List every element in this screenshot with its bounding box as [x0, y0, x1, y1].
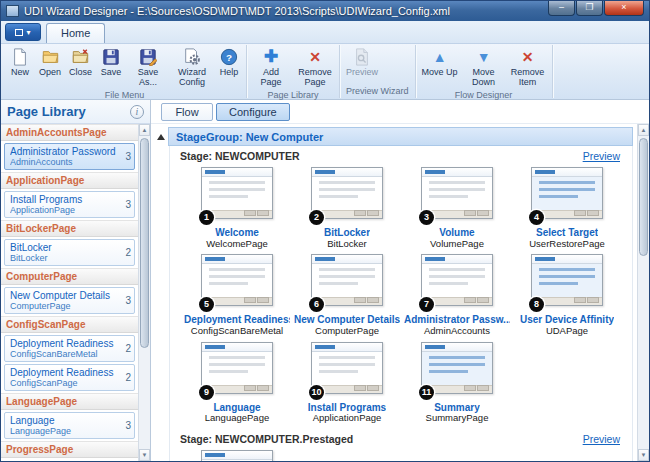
save-as-floppy-icon	[138, 47, 159, 67]
page-group-header[interactable]: BitLockerPage	[1, 220, 138, 237]
close-file-button[interactable]: Close	[65, 45, 96, 79]
page-title-link[interactable]: Volume	[439, 227, 474, 239]
ribbon-button-label: Remove Item	[510, 68, 546, 88]
wizard-page-card[interactable]: 5 Deployment Readiness ConfigScanBareMet…	[182, 254, 292, 336]
dropdown-arrow-icon: ▾	[26, 28, 30, 37]
page-number-badge: 4	[529, 210, 544, 225]
minimize-button-icon[interactable]: –	[548, 1, 575, 16]
item-subtitle: LanguagePage	[10, 426, 120, 436]
page-number-badge: 10	[309, 385, 324, 400]
item-title: Language	[10, 415, 120, 426]
page-group-header[interactable]: AdminAccountsPage	[1, 124, 138, 141]
wizard-config-button[interactable]: Wizard Config	[170, 45, 214, 89]
ribbon-tab-home[interactable]: Home	[46, 23, 105, 43]
page-library-item[interactable]: Language LanguagePage 3	[4, 412, 135, 439]
sidebar-scrollbar[interactable]: ▲ ▼	[138, 124, 150, 461]
move-up-button[interactable]: ▲ Move Up	[418, 45, 462, 79]
page-title-link[interactable]: Welcome	[215, 227, 259, 239]
page-thumbnail: 5	[201, 254, 273, 306]
tab-flow[interactable]: Flow	[161, 103, 213, 121]
wizard-page-card[interactable]: 9 Language LanguagePage	[182, 342, 292, 424]
wizard-page-card[interactable]: 2 BitLocker BitLocker	[292, 167, 402, 249]
main-scroll-thumb[interactable]	[639, 138, 648, 256]
wizard-page-card[interactable]: 8 User Device Affinity UDAPage	[512, 254, 622, 336]
main-scrollbar[interactable]: ▲ ▼	[637, 124, 649, 461]
item-subtitle: AdminAccounts	[10, 157, 120, 167]
scroll-down-icon[interactable]: ▼	[139, 449, 150, 461]
page-number-badge: 2	[309, 210, 324, 225]
page-group-header[interactable]: LanguagePage	[1, 393, 138, 410]
wizard-page-card[interactable]: 7 Administrator Passw... AdminAccounts	[402, 254, 512, 336]
info-icon[interactable]: i	[130, 105, 144, 119]
stage-label: Stage: NEWCOMPUTER	[180, 150, 300, 162]
page-group-header[interactable]: ApplicationPage	[1, 172, 138, 189]
page-library-item[interactable]: Deployment Readiness ConfigScanBareMetal…	[4, 335, 135, 362]
page-number-badge: 11	[419, 385, 434, 400]
save-as-button[interactable]: Save As...	[126, 45, 170, 89]
stage-group-header[interactable]: StageGroup: New Computer	[168, 127, 633, 146]
open-button[interactable]: Open	[35, 45, 65, 79]
app-icon	[6, 5, 19, 17]
page-title-link[interactable]: BitLocker	[324, 227, 370, 239]
title-bar[interactable]: UDI Wizard Designer - E:\Sources\OSD\MDT…	[1, 1, 649, 21]
page-thumbnail-image	[421, 167, 493, 219]
page-group-header[interactable]: ComputerPage	[1, 268, 138, 285]
page-type-label: LanguagePage	[205, 413, 269, 424]
page-thumbnail: 9	[201, 342, 273, 394]
remove-item-button[interactable]: ✕ Remove Item	[506, 45, 550, 89]
page-library-item[interactable]: Install Programs ApplicationPage 3	[4, 191, 135, 218]
move-down-button[interactable]: ▼ Move Down	[462, 45, 506, 89]
page-library-item[interactable]: Administrator Password AdminAccounts 3	[4, 143, 135, 170]
wizard-page-card[interactable]: 6 New Computer Details ComputerPage	[292, 254, 402, 336]
close-button-icon[interactable]: ×	[604, 1, 644, 16]
page-thumbnail-image	[311, 167, 383, 219]
close-folder-icon	[70, 47, 91, 67]
page-type-label: UserRestorePage	[529, 239, 605, 250]
maximize-button-icon[interactable]: ❐	[576, 1, 603, 16]
add-plus-icon: ✚	[261, 47, 282, 67]
ribbon-button-label: New	[11, 68, 29, 78]
wizard-page-card[interactable]: 11 Summary SummaryPage	[402, 342, 512, 424]
wizard-page-card[interactable]: 1 Welcome WelcomePage	[182, 167, 292, 249]
page-library-item[interactable]: BitLocker BitLocker 2	[4, 239, 135, 266]
add-page-button[interactable]: ✚ Add Page	[249, 45, 293, 89]
wizard-page-card[interactable]: 3 Volume VolumePage	[402, 167, 512, 249]
remove-page-button[interactable]: ✕ Remove Page	[293, 45, 337, 89]
item-count: 3	[120, 290, 131, 311]
ribbon-button-label: Move Down	[466, 68, 502, 88]
sidebar-scroll-thumb[interactable]	[140, 138, 149, 348]
scroll-up-icon[interactable]: ▲	[139, 124, 150, 136]
stage-preview-link[interactable]: Preview	[583, 150, 620, 162]
main-scroll-track[interactable]	[638, 136, 649, 449]
wizard-page-card[interactable]: 4 Select Target UserRestorePage	[512, 167, 622, 249]
scroll-down-icon[interactable]: ▼	[638, 449, 649, 461]
help-button[interactable]: ? Help	[214, 45, 244, 79]
page-library-item[interactable]: Deployment Readiness ConfigScanPage 2	[4, 364, 135, 391]
item-subtitle: BitLocker	[10, 253, 120, 263]
item-title: New Computer Details	[10, 290, 120, 301]
stage-preview-link[interactable]: Preview	[583, 433, 620, 445]
page-library-item[interactable]: New Computer Details ComputerPage 3	[4, 287, 135, 314]
application-menu-button[interactable]: ▾	[5, 23, 41, 41]
ribbon-group-file-menu: New Open Close	[3, 45, 247, 98]
save-button[interactable]: Save	[96, 45, 126, 79]
tab-configure[interactable]: Configure	[216, 103, 290, 121]
page-number-badge: 1	[199, 210, 214, 225]
page-thumbnail-image	[201, 167, 273, 219]
item-title: Deployment Readiness	[10, 367, 120, 378]
ribbon-group-preview-wizard: Preview Preview Wizard	[340, 45, 416, 98]
page-title-link[interactable]: Select Target	[536, 227, 598, 239]
wizard-page-card[interactable]	[182, 450, 292, 461]
page-thumbnail: 7	[421, 254, 493, 306]
preview-button[interactable]: Preview	[342, 45, 382, 79]
page-group-header[interactable]: ConfigScanPage	[1, 316, 138, 333]
collapse-expander-icon[interactable]	[157, 134, 165, 140]
page-group-header[interactable]: ProgressPage	[1, 441, 138, 458]
ribbon-button-label: Wizard Config	[174, 68, 210, 88]
new-button[interactable]: New	[5, 45, 35, 79]
sidebar-scroll-track[interactable]	[139, 136, 150, 449]
ribbon-button-label: Open	[39, 68, 61, 78]
item-title: Install Programs	[10, 194, 120, 205]
scroll-up-icon[interactable]: ▲	[638, 124, 649, 136]
wizard-page-card[interactable]: 10 Install Programs ApplicationPage	[292, 342, 402, 424]
